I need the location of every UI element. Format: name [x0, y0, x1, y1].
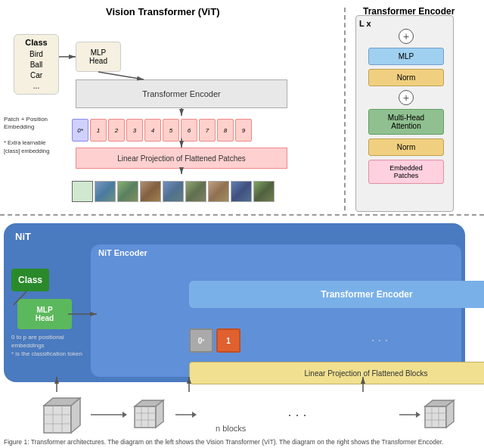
linear-proj-nit: Linear Projection of Flattened Blocks: [189, 362, 484, 384]
bird-label: Bird: [29, 49, 43, 60]
svg-marker-8: [123, 412, 127, 418]
svg-rect-9: [135, 406, 156, 428]
v-divider: [344, 8, 346, 210]
patch-2: [117, 181, 138, 202]
token-0-vit: 0*: [72, 119, 88, 142]
plus-circle-top: +: [399, 29, 414, 44]
te-right-inner: + MLP Norm + Multi-HeadAttention Norm Em…: [361, 29, 451, 203]
dots-nit: · · ·: [244, 334, 484, 347]
mlp-head-nit-label: MLPHead: [36, 306, 54, 322]
mlp-head-vit-label: MLPHead: [89, 48, 107, 65]
token-5-vit: 5: [163, 119, 179, 142]
te-box-vit: Transformer Encoder: [76, 79, 287, 108]
arrow-3: [398, 407, 420, 422]
linear-proj-vit: Linear Projection of Flattened Patches: [76, 148, 287, 169]
nit-desc-text: 0 to p are positional embeddings* is the…: [11, 334, 82, 357]
class-box-vit: Class Bird Ball Car ...: [14, 34, 59, 95]
caption: Figure 1: Transformer architectures. The…: [4, 438, 480, 446]
plus-circle-bottom: +: [399, 90, 414, 105]
token-8-vit: 8: [217, 119, 234, 142]
te-mha-block: Multi-HeadAttention: [368, 109, 444, 135]
arrow-1: [89, 407, 127, 422]
patch-3: [140, 181, 161, 202]
ball-label: Ball: [30, 60, 43, 70]
te-norm-block-2: Norm: [368, 138, 444, 156]
token-3-vit: 3: [126, 119, 143, 142]
diagram-container: Vision Transformer (ViT) Transformer Enc…: [0, 0, 484, 448]
nit-inner-box: NiT Encoder Transformer Encoder 0* 1 · ·…: [91, 244, 461, 377]
class-box-nit: Class: [11, 269, 49, 291]
te-box-vit-label: Transformer Encoder: [142, 89, 221, 98]
token-4-vit: 4: [144, 119, 161, 142]
nit-section: NiT NiT Encoder Transformer Encoder 0* 1…: [0, 219, 484, 448]
arrow-2: [174, 407, 197, 422]
class-label-vit: Class: [25, 37, 47, 48]
dots-label-vit: ...: [33, 81, 39, 92]
cube-2: [130, 396, 168, 434]
token-6-vit: 6: [181, 119, 197, 142]
tokens-row-nit: 0* 1 · · · p: [189, 325, 484, 356]
cube-2-svg: [130, 396, 168, 434]
te-mlp-block: MLP: [368, 48, 444, 65]
n-blocks-label: n blocks: [216, 424, 246, 433]
patch-7: [231, 181, 252, 202]
blocks-row: · · ·: [38, 392, 461, 437]
patch-pos-label: Patch + PositionEmbedding: [4, 116, 48, 130]
cube-3: [420, 396, 458, 434]
nit-encoder-label: NiT Encoder: [98, 248, 147, 257]
car-label: Car: [30, 70, 42, 81]
patch-6: [208, 181, 229, 202]
te-lx-label: L x: [359, 19, 371, 28]
vit-section: Vision Transformer (ViT) Transformer Enc…: [0, 0, 484, 216]
token-2-vit: 2: [108, 119, 125, 142]
cube-1-svg: [38, 392, 83, 437]
te-nit-box: Transformer Encoder: [189, 281, 484, 308]
patch-8: [253, 181, 275, 202]
extra-embed-note: * Extra learnable[class] embedding: [4, 139, 49, 154]
svg-rect-20: [425, 406, 446, 428]
mlp-head-nit: MLPHead: [17, 299, 72, 329]
token-1-vit: 1: [90, 119, 107, 142]
svg-rect-0: [44, 406, 71, 433]
tokens-row-vit: 0* 1 2 3 4 5 6 7 8 9: [72, 116, 287, 145]
linear-proj-vit-label: Linear Projection of Flattened Patches: [117, 154, 246, 163]
token-0-nit: 0*: [189, 328, 213, 353]
patches-row-vit: [72, 174, 287, 208]
patch-special: [72, 181, 93, 202]
te-norm-block-1: Norm: [368, 69, 444, 86]
vit-title: Vision Transformer (ViT): [106, 6, 220, 17]
token-9-vit: 9: [235, 119, 252, 142]
patch-4: [163, 181, 184, 202]
dots-blocks: · · ·: [197, 407, 398, 423]
mlp-head-vit: MLPHead: [76, 42, 121, 72]
nit-outer-box: NiT NiT Encoder Transformer Encoder 0* 1…: [4, 223, 465, 382]
patch-5: [185, 181, 206, 202]
te-emb-block: EmbeddedPatches: [368, 160, 444, 184]
patch-1: [95, 181, 116, 202]
pos-embed-label: Patch + PositionEmbedding * Extra learna…: [4, 116, 68, 155]
cube-3-svg: [420, 396, 458, 434]
token-1-nit: 1: [216, 328, 240, 353]
nit-desc: 0 to p are positional embeddings* is the…: [11, 333, 87, 359]
token-7-vit: 7: [199, 119, 216, 142]
cube-1: [38, 392, 83, 437]
nit-label: NiT: [15, 231, 31, 242]
